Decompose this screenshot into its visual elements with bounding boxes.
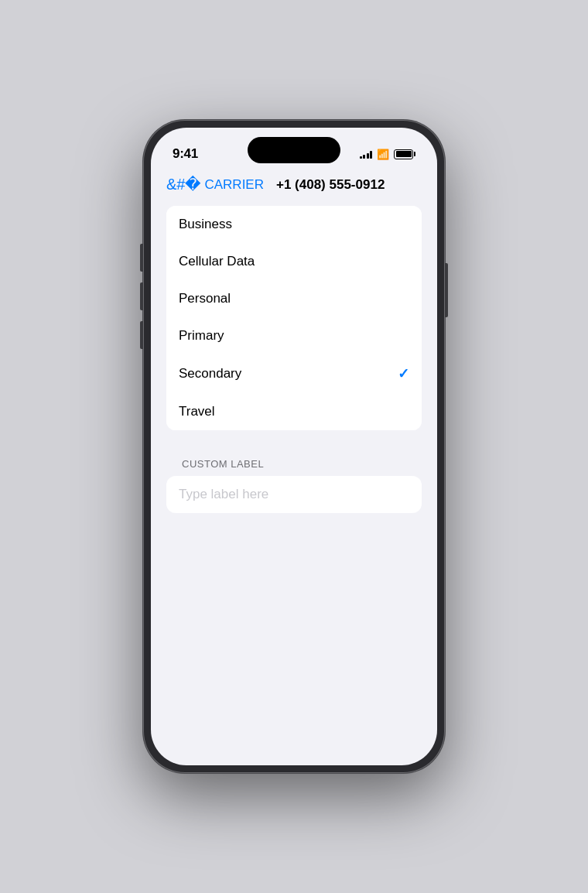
list-item-travel[interactable]: Travel [166,393,422,430]
list-item-label: Cellular Data [179,254,255,269]
list-item-label: Primary [179,328,224,344]
phone-screen: 9:41 📶 &#� CARRIER +1 (408) 555- [151,128,437,765]
nav-bar: &#� CARRIER +1 (408) 555-0912 [151,169,437,206]
status-time: 9:41 [173,146,198,162]
custom-label-input-wrapper [166,476,422,513]
phone-frame: 9:41 📶 &#� CARRIER +1 (408) 555- [143,120,445,773]
main-content: Business Cellular Data Personal Primary … [151,206,437,513]
custom-label-input[interactable] [179,487,409,502]
back-label: CARRIER [204,177,264,193]
signal-icon [360,149,373,159]
label-list: Business Cellular Data Personal Primary … [166,206,422,430]
page-title: +1 (408) 555-0912 [276,177,385,193]
list-item-label: Travel [179,404,215,419]
list-item-primary[interactable]: Primary [166,317,422,354]
custom-label-section-header: CUSTOM LABEL [166,458,422,476]
list-item-label: Secondary [179,366,241,381]
list-item-business[interactable]: Business [166,206,422,243]
back-button[interactable]: &#� CARRIER [166,176,264,193]
list-item-secondary[interactable]: Secondary ✓ [166,354,422,393]
wifi-icon: 📶 [377,149,389,160]
status-icons: 📶 [360,149,416,160]
list-item-cellular-data[interactable]: Cellular Data [166,243,422,280]
list-item-label: Business [179,217,232,232]
list-item-personal[interactable]: Personal [166,280,422,317]
back-chevron-icon: &#� [166,175,201,193]
dynamic-island [248,137,340,163]
list-item-label: Personal [179,291,231,306]
battery-icon [394,149,415,159]
checkmark-icon: ✓ [398,365,409,382]
